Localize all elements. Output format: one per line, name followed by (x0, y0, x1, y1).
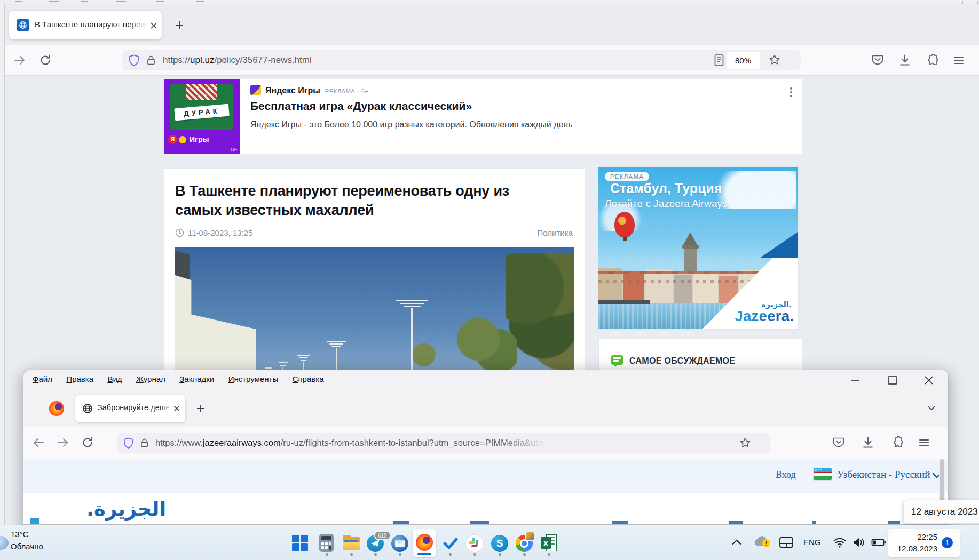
forward-button[interactable] (12, 53, 27, 68)
start-button[interactable] (288, 529, 312, 557)
url-bar[interactable]: https://upl.uz/policy/35677-news.html (122, 50, 801, 70)
menu-hamburger-icon[interactable] (919, 437, 929, 449)
lock-icon[interactable] (139, 437, 149, 449)
excel-icon (541, 534, 557, 551)
site-favicon (17, 19, 29, 31)
language-indicator[interactable]: ENG (803, 538, 821, 547)
jazeera-ad-banner[interactable]: الجزيرة. Jazeera. РЕКЛАМА Стамбул, Турци… (598, 167, 798, 329)
taskbar-excel[interactable] (537, 529, 560, 557)
zoom-level-indicator[interactable]: 80% (727, 52, 760, 69)
lock-icon[interactable] (146, 54, 156, 66)
onedrive-warning-badge: ! (762, 539, 770, 547)
pocket-icon[interactable] (832, 436, 846, 450)
tab-close-icon[interactable] (149, 21, 159, 30)
notification-badge[interactable]: 1 (942, 537, 953, 548)
menu-hamburger-icon[interactable] (954, 55, 964, 66)
window-minimize-button[interactable] (846, 374, 865, 386)
forward-button[interactable] (56, 435, 70, 450)
login-link[interactable]: Вход (776, 469, 796, 481)
url-domain: upl.uz (190, 55, 214, 65)
ad-title[interactable]: Бесплатная игра «Дурак классический» (250, 100, 472, 113)
tracking-shield-icon[interactable] (123, 437, 133, 449)
yandex-logo-badge (168, 135, 177, 144)
jazeera-logo: Jazeera. (735, 308, 794, 325)
tray-chevron-up-icon[interactable] (730, 537, 743, 548)
menu-help[interactable]: Справка (287, 374, 330, 383)
taskbar-thunderbird[interactable] (388, 529, 412, 557)
advertiser-name[interactable]: Яндекс Игры (265, 86, 320, 95)
downloads-icon[interactable] (898, 53, 912, 67)
nav-fragments (23, 493, 948, 524)
weather-widget[interactable]: 13°C Облачно (0, 525, 107, 560)
firefox-logo-icon (49, 401, 64, 416)
taskbar-telegram[interactable]: 610 (364, 529, 387, 557)
tab-strip: Забронируйте дешевые рейсы (23, 389, 948, 427)
ad-subheadline: Летайте с Jazeera Airways (605, 198, 728, 210)
most-discussed-title: САМОЕ ОБСУЖДАЕМОЕ (629, 356, 735, 366)
tracking-shield-icon[interactable] (129, 54, 139, 66)
menu-history[interactable]: Журнал (130, 374, 171, 383)
touchpad-icon[interactable] (778, 536, 794, 549)
volume-icon[interactable] (852, 537, 866, 548)
taskbar-slack[interactable] (463, 529, 486, 557)
taskbar-date-tooltip: 12 августа 2023 (903, 500, 979, 524)
extensions-icon[interactable] (925, 53, 939, 67)
url-scheme: https:// (163, 55, 190, 65)
tab-close-icon[interactable] (172, 404, 181, 413)
pocket-icon[interactable] (871, 53, 885, 67)
jazeera-page-header: Вход Узбекистан - Русский (23, 459, 948, 493)
ad-kebab-menu-icon[interactable] (789, 86, 793, 99)
yandex-ad-card[interactable]: ДУРАК Игры 18+ Яндекс Игры РЕКЛАМА · 6+ … (163, 79, 802, 154)
clock-icon (175, 228, 184, 237)
slack-icon (466, 535, 483, 552)
menu-file[interactable]: Файл (27, 374, 58, 383)
menu-edit[interactable]: Правка (60, 374, 99, 383)
taskbar-file-explorer[interactable] (340, 529, 363, 557)
navigation-toolbar: https://upl.uz/policy/35677-news.html 80… (5, 45, 979, 76)
extensions-icon[interactable] (890, 436, 904, 450)
tab-jazeera[interactable]: Забронируйте дешевые рейсы (75, 395, 185, 422)
url-path: /ru-uz/flights-from-tashkent-to-istanbul… (281, 438, 546, 447)
ad-headline: Стамбул, Турция (610, 181, 722, 196)
new-tab-button[interactable] (193, 401, 208, 416)
tab-title: В Ташкенте планируют переим (35, 20, 148, 29)
menu-view[interactable]: Вид (101, 374, 128, 383)
firefox-icon (416, 534, 433, 551)
ad-thumb-caption: Игры (190, 135, 209, 143)
taskbar-skype[interactable] (488, 529, 511, 557)
menu-bookmarks[interactable]: Закладки (173, 374, 220, 383)
wifi-icon[interactable] (833, 537, 847, 548)
back-button[interactable] (31, 435, 46, 450)
menu-bar: Файл Правка Вид Журнал Закладки Инструме… (23, 370, 948, 389)
article-category[interactable]: Политика (538, 228, 573, 237)
tab-title: Забронируйте дешевые рейсы (98, 403, 171, 412)
ad-age-rating: 18+ (230, 147, 238, 152)
weather-icon (0, 536, 9, 550)
ad-disclaimer: РЕКЛАМА · 6+ (325, 88, 369, 94)
taskbar-calculator[interactable] (315, 529, 338, 557)
tab-strip: В Ташкенте планируют переим (5, 4, 979, 45)
new-tab-button[interactable] (171, 17, 187, 33)
yandex-ad-image[interactable]: ДУРАК Игры 18+ (164, 79, 240, 154)
globe-icon (82, 403, 93, 414)
reload-button[interactable] (38, 53, 53, 68)
reader-mode-icon[interactable] (713, 53, 725, 67)
onedrive-icon[interactable]: ! (754, 535, 772, 550)
taskbar-chrome[interactable] (512, 529, 536, 557)
taskbar-firefox-active[interactable] (413, 529, 436, 557)
bookmark-star-icon[interactable] (739, 436, 752, 449)
url-bar[interactable]: https://www.jazeeraairways.com/ru-uz/fli… (117, 433, 770, 453)
reload-button[interactable] (80, 435, 95, 450)
battery-icon[interactable] (871, 538, 886, 547)
ad-thumb-word: ДУРАК (174, 104, 230, 121)
window-close-button[interactable] (919, 374, 938, 386)
tab-upl-article[interactable]: В Ташкенте планируют переим (9, 11, 162, 39)
menu-tools[interactable]: Инструменты (223, 374, 285, 383)
tooltip-date-text: 12 августа 2023 (911, 507, 978, 517)
downloads-icon[interactable] (861, 436, 875, 450)
taskbar-microsoft-todo[interactable] (438, 529, 462, 557)
tab-list-chevron-icon[interactable] (925, 402, 938, 414)
window-maximize-button[interactable] (883, 374, 902, 386)
region-language-selector[interactable]: Узбекистан - Русский (837, 469, 930, 481)
bookmark-star-icon[interactable] (768, 53, 781, 66)
